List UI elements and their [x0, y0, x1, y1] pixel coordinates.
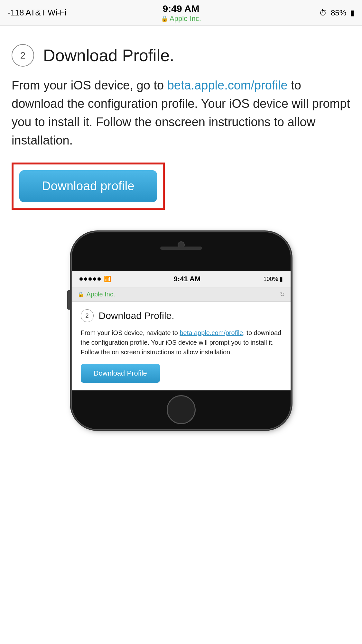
wifi-icon: 📶 [104, 275, 111, 283]
phone-step-circle: 2 [81, 309, 94, 322]
signal-dot [93, 277, 96, 281]
iphone-top [72, 232, 291, 271]
phone-url-bar: 🔒 Apple Inc. ↻ [72, 287, 291, 302]
iphone-mockup: 📶 9:41 AM 100% ▮ 🔒 Apple Inc. ↻ [72, 232, 291, 429]
phone-download-profile-button[interactable]: Download Profile [81, 364, 160, 383]
step-header: 2 Download Profile. [12, 44, 350, 67]
iphone-bottom [72, 390, 291, 429]
signal-dot [84, 277, 87, 281]
iphone-screen: 📶 9:41 AM 100% ▮ 🔒 Apple Inc. ↻ [72, 271, 291, 390]
lock-icon: 🔒 [161, 15, 168, 22]
battery-level: 85% [331, 8, 346, 17]
battery-bar: ▮ [350, 8, 354, 17]
step-number-circle: 2 [12, 44, 34, 67]
signal-dot [97, 277, 101, 281]
iphone-home-button[interactable] [167, 395, 196, 424]
phone-content: 2 Download Profile. From your iOS device… [72, 302, 291, 390]
phone-step-header: 2 Download Profile. [81, 309, 282, 322]
carrier-text: -118 AT&T Wi-Fi [8, 8, 66, 18]
status-center: 9:49 AM 🔒 Apple Inc. [161, 3, 201, 23]
signal-dot [79, 277, 83, 281]
button-highlight-box: Download profile [12, 163, 165, 210]
phone-beta-link[interactable]: beta.apple.com/profile [180, 329, 243, 336]
time-display: 9:49 AM [161, 3, 201, 14]
phone-step-title: Download Profile. [99, 310, 174, 321]
battery-icon: ⏱ [319, 8, 327, 17]
iphone-speaker [160, 247, 202, 250]
phone-step-description: From your iOS device, navigate to beta.a… [81, 328, 282, 357]
phone-battery-icon: ▮ [280, 275, 283, 283]
beta-apple-link[interactable]: beta.apple.com/profile [167, 79, 288, 92]
phone-lock-icon: 🔒 [78, 291, 84, 297]
signal-dots: 📶 [79, 275, 111, 283]
step-description: From your iOS device, go to beta.apple.c… [12, 76, 350, 150]
phone-status-bar: 📶 9:41 AM 100% ▮ [72, 271, 291, 287]
main-content: 2 Download Profile. From your iOS device… [0, 31, 362, 442]
iphone-mockup-wrapper: 📶 9:41 AM 100% ▮ 🔒 Apple Inc. ↻ [12, 232, 350, 429]
apple-inc-label: 🔒 Apple Inc. [161, 14, 201, 23]
signal-dot [88, 277, 92, 281]
phone-apple-inc: Apple Inc. [87, 291, 115, 298]
step-title: Download Profile. [43, 46, 174, 65]
status-bar: -118 AT&T Wi-Fi 9:49 AM 🔒 Apple Inc. ⏱ 8… [0, 0, 362, 26]
status-right: ⏱ 85% ▮ [319, 8, 354, 17]
phone-battery: 100% ▮ [263, 275, 283, 283]
phone-time: 9:41 AM [174, 275, 201, 283]
download-profile-button[interactable]: Download profile [19, 170, 157, 202]
top-divider [0, 26, 362, 26]
phone-reload-icon: ↻ [280, 291, 285, 298]
